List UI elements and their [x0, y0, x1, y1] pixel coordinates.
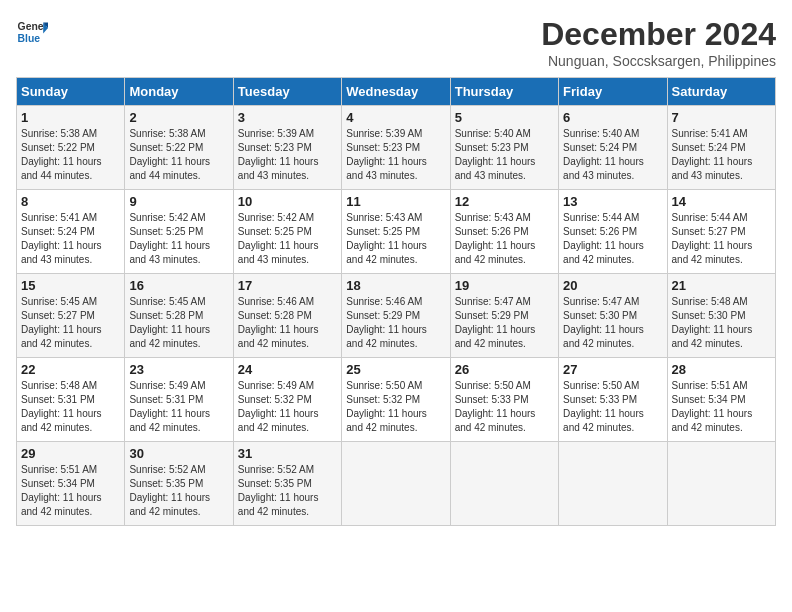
- day-number: 6: [563, 110, 662, 125]
- day-number: 3: [238, 110, 337, 125]
- col-saturday: Saturday: [667, 78, 775, 106]
- day-info: Sunrise: 5:42 AMSunset: 5:25 PMDaylight:…: [238, 211, 337, 267]
- day-info: Sunrise: 5:46 AMSunset: 5:28 PMDaylight:…: [238, 295, 337, 351]
- day-number: 10: [238, 194, 337, 209]
- calendar-cell: 3 Sunrise: 5:39 AMSunset: 5:23 PMDayligh…: [233, 106, 341, 190]
- day-info: Sunrise: 5:44 AMSunset: 5:27 PMDaylight:…: [672, 211, 771, 267]
- day-number: 31: [238, 446, 337, 461]
- day-number: 24: [238, 362, 337, 377]
- calendar-cell: [450, 442, 558, 526]
- logo: General Blue: [16, 16, 48, 48]
- calendar-cell: 13 Sunrise: 5:44 AMSunset: 5:26 PMDaylig…: [559, 190, 667, 274]
- month-title: December 2024: [541, 16, 776, 53]
- calendar-cell: 26 Sunrise: 5:50 AMSunset: 5:33 PMDaylig…: [450, 358, 558, 442]
- day-number: 14: [672, 194, 771, 209]
- day-number: 5: [455, 110, 554, 125]
- calendar-cell: 28 Sunrise: 5:51 AMSunset: 5:34 PMDaylig…: [667, 358, 775, 442]
- calendar-cell: 10 Sunrise: 5:42 AMSunset: 5:25 PMDaylig…: [233, 190, 341, 274]
- col-tuesday: Tuesday: [233, 78, 341, 106]
- day-number: 18: [346, 278, 445, 293]
- day-info: Sunrise: 5:40 AMSunset: 5:24 PMDaylight:…: [563, 127, 662, 183]
- day-number: 7: [672, 110, 771, 125]
- calendar-cell: 25 Sunrise: 5:50 AMSunset: 5:32 PMDaylig…: [342, 358, 450, 442]
- day-info: Sunrise: 5:43 AMSunset: 5:25 PMDaylight:…: [346, 211, 445, 267]
- calendar-cell: 24 Sunrise: 5:49 AMSunset: 5:32 PMDaylig…: [233, 358, 341, 442]
- calendar-cell: 11 Sunrise: 5:43 AMSunset: 5:25 PMDaylig…: [342, 190, 450, 274]
- day-info: Sunrise: 5:40 AMSunset: 5:23 PMDaylight:…: [455, 127, 554, 183]
- day-info: Sunrise: 5:49 AMSunset: 5:32 PMDaylight:…: [238, 379, 337, 435]
- calendar-cell: 23 Sunrise: 5:49 AMSunset: 5:31 PMDaylig…: [125, 358, 233, 442]
- day-number: 22: [21, 362, 120, 377]
- col-monday: Monday: [125, 78, 233, 106]
- day-number: 26: [455, 362, 554, 377]
- day-number: 30: [129, 446, 228, 461]
- calendar-cell: 29 Sunrise: 5:51 AMSunset: 5:34 PMDaylig…: [17, 442, 125, 526]
- calendar-cell: 2 Sunrise: 5:38 AMSunset: 5:22 PMDayligh…: [125, 106, 233, 190]
- day-info: Sunrise: 5:49 AMSunset: 5:31 PMDaylight:…: [129, 379, 228, 435]
- day-info: Sunrise: 5:50 AMSunset: 5:33 PMDaylight:…: [563, 379, 662, 435]
- col-wednesday: Wednesday: [342, 78, 450, 106]
- calendar-cell: 17 Sunrise: 5:46 AMSunset: 5:28 PMDaylig…: [233, 274, 341, 358]
- day-number: 23: [129, 362, 228, 377]
- calendar-cell: 30 Sunrise: 5:52 AMSunset: 5:35 PMDaylig…: [125, 442, 233, 526]
- title-block: December 2024 Nunguan, Soccsksargen, Phi…: [541, 16, 776, 69]
- day-info: Sunrise: 5:48 AMSunset: 5:30 PMDaylight:…: [672, 295, 771, 351]
- day-number: 28: [672, 362, 771, 377]
- day-number: 1: [21, 110, 120, 125]
- day-number: 4: [346, 110, 445, 125]
- col-friday: Friday: [559, 78, 667, 106]
- calendar-cell: 6 Sunrise: 5:40 AMSunset: 5:24 PMDayligh…: [559, 106, 667, 190]
- day-info: Sunrise: 5:39 AMSunset: 5:23 PMDaylight:…: [238, 127, 337, 183]
- day-info: Sunrise: 5:41 AMSunset: 5:24 PMDaylight:…: [672, 127, 771, 183]
- day-number: 11: [346, 194, 445, 209]
- day-info: Sunrise: 5:52 AMSunset: 5:35 PMDaylight:…: [129, 463, 228, 519]
- day-number: 12: [455, 194, 554, 209]
- day-number: 27: [563, 362, 662, 377]
- day-number: 29: [21, 446, 120, 461]
- calendar-cell: 8 Sunrise: 5:41 AMSunset: 5:24 PMDayligh…: [17, 190, 125, 274]
- calendar-cell: [342, 442, 450, 526]
- calendar-cell: 22 Sunrise: 5:48 AMSunset: 5:31 PMDaylig…: [17, 358, 125, 442]
- day-info: Sunrise: 5:47 AMSunset: 5:29 PMDaylight:…: [455, 295, 554, 351]
- col-thursday: Thursday: [450, 78, 558, 106]
- day-info: Sunrise: 5:50 AMSunset: 5:32 PMDaylight:…: [346, 379, 445, 435]
- header-row: Sunday Monday Tuesday Wednesday Thursday…: [17, 78, 776, 106]
- day-number: 17: [238, 278, 337, 293]
- calendar-cell: 7 Sunrise: 5:41 AMSunset: 5:24 PMDayligh…: [667, 106, 775, 190]
- day-info: Sunrise: 5:45 AMSunset: 5:28 PMDaylight:…: [129, 295, 228, 351]
- day-info: Sunrise: 5:38 AMSunset: 5:22 PMDaylight:…: [21, 127, 120, 183]
- calendar-cell: [559, 442, 667, 526]
- day-info: Sunrise: 5:52 AMSunset: 5:35 PMDaylight:…: [238, 463, 337, 519]
- svg-text:Blue: Blue: [18, 33, 41, 44]
- day-info: Sunrise: 5:51 AMSunset: 5:34 PMDaylight:…: [21, 463, 120, 519]
- calendar-cell: 19 Sunrise: 5:47 AMSunset: 5:29 PMDaylig…: [450, 274, 558, 358]
- calendar-week-3: 15 Sunrise: 5:45 AMSunset: 5:27 PMDaylig…: [17, 274, 776, 358]
- day-info: Sunrise: 5:38 AMSunset: 5:22 PMDaylight:…: [129, 127, 228, 183]
- day-info: Sunrise: 5:44 AMSunset: 5:26 PMDaylight:…: [563, 211, 662, 267]
- calendar-cell: 14 Sunrise: 5:44 AMSunset: 5:27 PMDaylig…: [667, 190, 775, 274]
- day-info: Sunrise: 5:48 AMSunset: 5:31 PMDaylight:…: [21, 379, 120, 435]
- calendar-week-4: 22 Sunrise: 5:48 AMSunset: 5:31 PMDaylig…: [17, 358, 776, 442]
- calendar-cell: 15 Sunrise: 5:45 AMSunset: 5:27 PMDaylig…: [17, 274, 125, 358]
- day-number: 19: [455, 278, 554, 293]
- day-info: Sunrise: 5:42 AMSunset: 5:25 PMDaylight:…: [129, 211, 228, 267]
- calendar-cell: 16 Sunrise: 5:45 AMSunset: 5:28 PMDaylig…: [125, 274, 233, 358]
- day-info: Sunrise: 5:47 AMSunset: 5:30 PMDaylight:…: [563, 295, 662, 351]
- day-info: Sunrise: 5:41 AMSunset: 5:24 PMDaylight:…: [21, 211, 120, 267]
- day-info: Sunrise: 5:51 AMSunset: 5:34 PMDaylight:…: [672, 379, 771, 435]
- page-header: General Blue December 2024 Nunguan, Socc…: [16, 16, 776, 69]
- day-number: 25: [346, 362, 445, 377]
- calendar-table: Sunday Monday Tuesday Wednesday Thursday…: [16, 77, 776, 526]
- day-info: Sunrise: 5:43 AMSunset: 5:26 PMDaylight:…: [455, 211, 554, 267]
- day-info: Sunrise: 5:46 AMSunset: 5:29 PMDaylight:…: [346, 295, 445, 351]
- day-info: Sunrise: 5:50 AMSunset: 5:33 PMDaylight:…: [455, 379, 554, 435]
- calendar-week-5: 29 Sunrise: 5:51 AMSunset: 5:34 PMDaylig…: [17, 442, 776, 526]
- calendar-cell: 9 Sunrise: 5:42 AMSunset: 5:25 PMDayligh…: [125, 190, 233, 274]
- day-number: 13: [563, 194, 662, 209]
- location: Nunguan, Soccsksargen, Philippines: [541, 53, 776, 69]
- day-number: 21: [672, 278, 771, 293]
- calendar-week-2: 8 Sunrise: 5:41 AMSunset: 5:24 PMDayligh…: [17, 190, 776, 274]
- day-number: 8: [21, 194, 120, 209]
- day-number: 9: [129, 194, 228, 209]
- calendar-cell: 31 Sunrise: 5:52 AMSunset: 5:35 PMDaylig…: [233, 442, 341, 526]
